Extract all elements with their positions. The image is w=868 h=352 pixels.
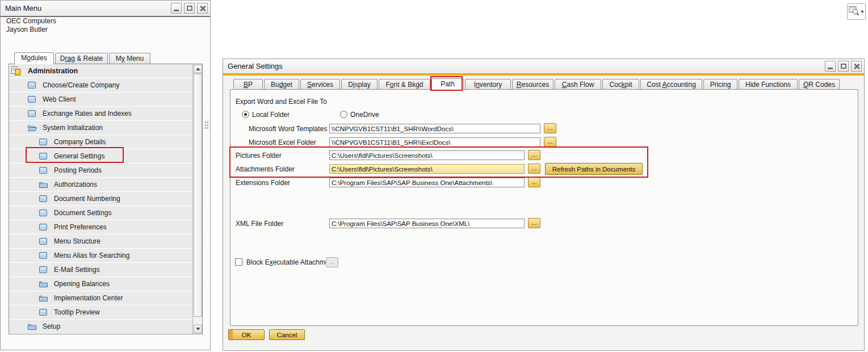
screen: Main Menu OEC Computers Jayson Butler Mo…	[0, 0, 868, 352]
close-button[interactable]	[197, 3, 208, 14]
tree-scrollbar[interactable]	[192, 64, 202, 334]
attachments-folder-label: Attachments Folder	[236, 165, 295, 173]
folder-icon	[39, 280, 49, 287]
ok-button[interactable]: OK	[228, 329, 265, 340]
tree-item-menu-alias-for-searching[interactable]: Menu Alias for Searching	[9, 249, 193, 263]
tab-cost-accounting[interactable]: Cost Accounting	[640, 79, 702, 90]
dialog-maximize-button[interactable]	[838, 61, 849, 72]
tree-item-administration[interactable]: Administration	[9, 64, 193, 78]
microsoft-word-templates-folder-input[interactable]	[329, 124, 540, 133]
cancel-button[interactable]: Cancel	[269, 329, 305, 340]
tab-my-menu[interactable]: My Menu	[109, 53, 150, 64]
tree-item-print-preferences[interactable]: Print Preferences	[9, 220, 193, 234]
tab-modules[interactable]: Modules	[14, 52, 54, 64]
menu-item-icon	[39, 195, 49, 202]
tree-item-label: Document Numbering	[54, 195, 120, 203]
menu-item-icon	[39, 252, 49, 259]
tab-pricing[interactable]: Pricing	[703, 79, 737, 90]
tab-bp[interactable]: BP	[233, 79, 263, 90]
microsoft-excel-folder-label: Microsoft Excel Folder	[249, 139, 316, 146]
close-icon	[853, 63, 860, 70]
tab-inventory[interactable]: Inventory	[465, 79, 511, 90]
tree-item-posting-periods[interactable]: Posting Periods	[9, 164, 193, 178]
scroll-thumb[interactable]	[194, 74, 202, 317]
tab-hide-functions[interactable]: Hide Functions	[739, 79, 798, 90]
block-executable-checkbox[interactable]	[235, 258, 242, 266]
tree-item-opening-balances[interactable]: Opening Balances	[9, 277, 193, 291]
attachments-folder-input[interactable]	[329, 164, 525, 174]
dialog-close-button[interactable]	[851, 61, 862, 72]
menu-item-icon	[28, 110, 37, 117]
browse-button-extensions[interactable]: ...	[528, 177, 540, 187]
radio-onedrive[interactable]	[340, 111, 347, 118]
tree-item-menu-structure[interactable]: Menu Structure	[9, 234, 193, 249]
tab-resources[interactable]: Resources	[512, 79, 553, 90]
browse-button-word[interactable]: ...	[544, 123, 556, 133]
browse-button-attachments[interactable]: ...	[528, 164, 540, 174]
tree-item-label: Implementation Center	[54, 294, 123, 302]
tree-item-choose-create-company[interactable]: Choose/Create Company	[9, 78, 193, 93]
menu-item-icon	[39, 167, 49, 174]
folder-icon	[28, 323, 37, 330]
tree-item-setup[interactable]: Setup	[9, 320, 193, 334]
tree-item-implementation-center[interactable]: Implementation Center	[9, 291, 193, 305]
tree-item-document-settings[interactable]: Document Settings	[9, 206, 193, 220]
tree-item-label: Authorizations	[54, 181, 97, 188]
radio-label-onedrive: OneDrive	[350, 111, 379, 119]
browse-button-pictures[interactable]: ...	[528, 150, 540, 160]
tree-item-label: General Settings	[54, 152, 104, 160]
dialog-minimize-button[interactable]	[825, 61, 836, 72]
accent-bar	[223, 73, 864, 76]
extensions-folder-input[interactable]	[329, 178, 525, 187]
tree-item-label: Company Details	[54, 138, 106, 146]
tree-item-exchange-rates-and-indexes[interactable]: Exchange Rates and Indexes	[9, 107, 193, 121]
tree-item-label: Tooltip Preview	[54, 308, 100, 316]
menu-item-icon	[39, 238, 49, 245]
zoom-tool-button[interactable]	[847, 3, 866, 20]
tree-item-tooltip-preview[interactable]: Tooltip Preview	[9, 305, 193, 320]
main-menu-window: Main Menu OEC Computers Jayson Butler Mo…	[0, 0, 211, 350]
caret-down-icon	[861, 11, 864, 13]
window-resize-grip[interactable]	[204, 121, 208, 130]
tab-drag-relate[interactable]: Drag & Relate	[55, 53, 108, 64]
minimize-button[interactable]	[171, 3, 182, 14]
xml-file-folder-label: XML File Folder	[236, 220, 283, 228]
scroll-up-button[interactable]	[194, 65, 202, 73]
minimize-icon	[174, 10, 179, 11]
maximize-button[interactable]	[184, 3, 195, 14]
pictures-folder-input[interactable]	[329, 150, 525, 160]
xml-file-folder-input[interactable]	[329, 219, 525, 228]
tree-item-web-client[interactable]: Web Client	[9, 93, 193, 107]
menu-item-icon	[39, 224, 49, 231]
tree-item-label: E-Mail Settings	[54, 266, 100, 274]
tab-services[interactable]: Services	[300, 79, 340, 90]
tab-font-bkgd[interactable]: Font & Bkgd	[379, 79, 430, 90]
block-executable-browse-button[interactable]: ...	[326, 257, 338, 267]
dialog-tabstrip: BPBudgetServicesDisplayFont & BkgdPathIn…	[233, 78, 840, 90]
refresh-paths-in-documents-button[interactable]: Refresh Paths in Documents	[545, 163, 643, 175]
maximize-icon	[841, 64, 846, 69]
tab-budget[interactable]: Budget	[264, 79, 299, 90]
browse-button-excel[interactable]: ...	[544, 137, 556, 147]
tree-item-company-details[interactable]: Company Details	[9, 135, 193, 149]
tree-item-label: Document Settings	[54, 209, 111, 217]
tree-item-e-mail-settings[interactable]: E-Mail Settings	[9, 263, 193, 277]
radio-local-folder[interactable]	[242, 111, 249, 118]
scroll-down-button[interactable]	[194, 325, 202, 333]
tree-item-system-initialization[interactable]: System Initialization	[9, 121, 193, 135]
browse-button-xml[interactable]: ...	[528, 218, 540, 228]
microsoft-excel-folder-input[interactable]	[329, 137, 540, 147]
tab-cockpit[interactable]: Cockpit	[602, 79, 639, 90]
tree-item-general-settings[interactable]: General Settings	[9, 149, 193, 164]
tab-cash-flow[interactable]: Cash Flow	[555, 79, 601, 90]
arrow-up-icon	[196, 68, 200, 70]
tab-qr-codes[interactable]: QR Codes	[799, 79, 840, 90]
tree-item-label: Posting Periods	[54, 166, 102, 174]
menu-item-icon	[39, 209, 49, 216]
tree-item-document-numbering[interactable]: Document Numbering	[9, 192, 193, 206]
tab-display[interactable]: Display	[341, 79, 378, 90]
folder-icon	[39, 181, 49, 188]
folder-open-icon	[28, 124, 37, 131]
tab-path[interactable]: Path	[431, 78, 464, 90]
tree-item-authorizations[interactable]: Authorizations	[9, 178, 193, 192]
